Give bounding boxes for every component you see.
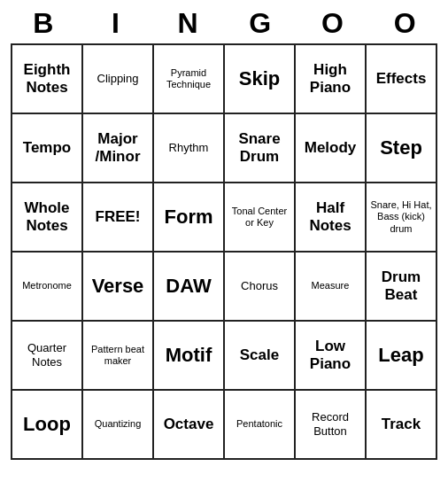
cell-text-r0-c0: Eighth Notes (16, 61, 78, 97)
cell-text-r1-c2: Rhythm (169, 141, 209, 155)
title-letter-1: I (80, 7, 151, 40)
cell-r5-c5: Track (367, 391, 437, 460)
cell-text-r2-c1: FREE! (96, 208, 141, 226)
cell-text-r2-c3: Tonal Center or Key (228, 206, 290, 229)
cell-r1-c2: Rhythm (154, 114, 225, 183)
cell-text-r0-c2: Pyramid Technique (158, 67, 220, 90)
cell-r5-c3: Pentatonic (225, 391, 296, 460)
cell-r1-c0: Tempo (12, 114, 83, 183)
cell-r1-c4: Melody (296, 114, 367, 183)
cell-r5-c4: Record Button (296, 391, 367, 460)
cell-text-r5-c1: Quantizing (95, 418, 142, 430)
cell-r2-c3: Tonal Center or Key (225, 183, 296, 253)
cell-r1-c3: Snare Drum (225, 114, 296, 183)
cell-r0-c3: Skip (225, 45, 296, 114)
cell-r4-c2: Motif (154, 322, 225, 391)
cell-text-r3-c0: Metronome (22, 280, 72, 292)
cell-r1-c5: Step (367, 114, 437, 183)
cell-text-r1-c5: Step (380, 136, 422, 159)
cell-r5-c1: Quantizing (83, 391, 154, 460)
cell-r4-c0: Quarter Notes (12, 322, 83, 391)
cell-text-r3-c3: Chorus (241, 279, 278, 293)
cell-text-r1-c3: Snare Drum (228, 130, 290, 167)
cell-r2-c2: Form (154, 183, 225, 253)
cell-text-r4-c5: Leap (378, 344, 423, 367)
title-letter-3: G (225, 7, 296, 40)
cell-text-r5-c3: Pentatonic (236, 418, 282, 430)
cell-r3-c3: Chorus (225, 253, 296, 322)
cell-r0-c5: Effects (367, 45, 437, 114)
cell-r3-c2: DAW (154, 253, 225, 322)
cell-text-r1-c4: Melody (305, 139, 357, 157)
cell-text-r1-c0: Tempo (23, 139, 71, 157)
cell-r2-c5: Snare, Hi Hat, Bass (kick) drum (367, 183, 437, 253)
cell-text-r4-c4: Low Piano (299, 338, 361, 374)
cell-r3-c4: Measure (296, 253, 367, 322)
cell-text-r4-c3: Scale (240, 346, 279, 364)
cell-r3-c1: Verse (83, 253, 154, 322)
cell-r5-c0: Loop (12, 391, 83, 460)
title-letter-5: O (369, 7, 440, 40)
cell-text-r2-c2: Form (165, 206, 213, 229)
title-letter-2: N (152, 7, 223, 40)
cell-text-r5-c2: Octave (164, 416, 214, 433)
cell-text-r2-c4: Half Notes (299, 199, 361, 236)
cell-text-r3-c1: Verse (92, 275, 144, 298)
cell-r2-c4: Half Notes (296, 183, 367, 253)
cell-r0-c1: Clipping (83, 45, 154, 114)
cell-text-r5-c0: Loop (23, 413, 71, 436)
cell-text-r2-c5: Snare, Hi Hat, Bass (kick) drum (370, 199, 432, 235)
cell-r3-c5: Drum Beat (367, 253, 437, 322)
cell-r0-c2: Pyramid Technique (154, 45, 225, 114)
bingo-grid: Eighth NotesClippingPyramid TechniqueSki… (11, 43, 437, 460)
cell-text-r3-c4: Measure (312, 280, 350, 292)
bingo-header: BINGOO (7, 7, 441, 40)
cell-r3-c0: Metronome (12, 253, 83, 322)
cell-r4-c1: Pattern beat maker (83, 322, 154, 391)
cell-text-r5-c4: Record Button (299, 410, 361, 438)
cell-r2-c1: FREE! (83, 183, 154, 253)
cell-r4-c3: Scale (225, 322, 296, 391)
title-letter-4: O (297, 7, 367, 40)
cell-r2-c0: Whole Notes (12, 183, 83, 253)
cell-text-r4-c2: Motif (166, 344, 212, 367)
cell-text-r1-c1: Major /Minor (87, 130, 149, 167)
cell-text-r0-c1: Clipping (97, 72, 139, 86)
cell-text-r4-c1: Pattern beat maker (87, 344, 149, 367)
cell-r4-c4: Low Piano (296, 322, 367, 391)
cell-r0-c0: Eighth Notes (12, 45, 83, 114)
title-letter-0: B (8, 7, 79, 40)
cell-text-r4-c0: Quarter Notes (16, 341, 78, 369)
cell-text-r3-c5: Drum Beat (370, 268, 432, 305)
cell-r4-c5: Leap (367, 322, 437, 391)
cell-text-r3-c2: DAW (166, 275, 211, 298)
cell-text-r0-c4: High Piano (299, 61, 361, 97)
cell-text-r5-c5: Track (382, 416, 421, 433)
cell-text-r0-c5: Effects (376, 70, 427, 88)
cell-r0-c4: High Piano (296, 45, 367, 114)
cell-r5-c2: Octave (154, 391, 225, 460)
cell-text-r2-c0: Whole Notes (16, 199, 78, 236)
cell-text-r0-c3: Skip (239, 67, 280, 90)
cell-r1-c1: Major /Minor (83, 114, 154, 183)
